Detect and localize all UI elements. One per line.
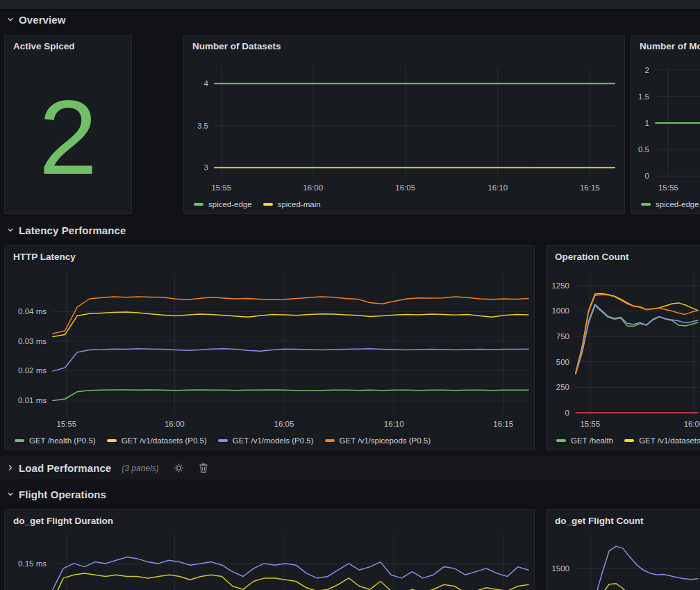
panel-number-of-datasets: Number of Datasets 15:5516:0016:0516:101…	[183, 35, 625, 214]
section-latency-performance[interactable]: Latency Performance	[0, 220, 700, 240]
svg-text:0.02 ms: 0.02 ms	[18, 366, 47, 375]
chevron-right-icon	[6, 464, 15, 472]
svg-text:15:55: 15:55	[580, 420, 600, 428]
chevron-down-icon	[6, 15, 15, 24]
chevron-down-icon	[6, 490, 15, 498]
operation-count-chart[interactable]: 15:5516:00025050075010001250	[547, 246, 700, 450]
section-overview[interactable]: Overview	[0, 10, 700, 29]
svg-text:1: 1	[645, 119, 649, 127]
svg-text:16:05: 16:05	[395, 183, 415, 192]
svg-text:3.5: 3.5	[197, 122, 208, 130]
panel-title[interactable]: Operation Count	[555, 252, 629, 262]
panel-do-get-flight-duration: do_get Flight Duration 0.15 ms	[4, 509, 535, 590]
legend-color-chip	[556, 439, 566, 442]
svg-text:3: 3	[204, 163, 208, 172]
legend-item[interactable]: spiced-edge	[194, 200, 252, 208]
svg-text:0.04 ms: 0.04 ms	[18, 307, 47, 316]
svg-text:0: 0	[645, 172, 649, 180]
panel-title[interactable]: do_get Flight Count	[555, 516, 643, 526]
panel-title[interactable]: Number of Datasets	[192, 41, 281, 51]
panel-active-spiced: Active Spiced 2	[4, 35, 132, 214]
panel-title[interactable]: do_get Flight Duration	[13, 516, 113, 526]
panel-title[interactable]: Active Spiced	[13, 41, 75, 51]
legend-item[interactable]: GET /v1/models (P0.5)	[218, 436, 314, 445]
svg-text:16:05: 16:05	[274, 420, 294, 428]
svg-text:250: 250	[556, 383, 569, 391]
section-title: Load Performance	[19, 462, 111, 474]
panel-do-get-flight-count: do_get Flight Count 1500	[546, 509, 700, 590]
svg-text:500: 500	[556, 358, 569, 366]
legend-color-chip	[15, 439, 24, 442]
gear-icon[interactable]	[174, 463, 184, 473]
svg-text:1000: 1000	[551, 306, 569, 315]
trash-icon[interactable]	[199, 463, 208, 473]
models-chart[interactable]: 15:5500.511.52	[631, 35, 700, 213]
legend-color-chip	[218, 439, 228, 442]
svg-text:16:10: 16:10	[384, 420, 404, 428]
svg-text:15:55: 15:55	[658, 183, 678, 192]
svg-text:16:10: 16:10	[488, 183, 508, 192]
datasets-chart[interactable]: 15:5516:0016:0516:1016:1533.54	[184, 35, 624, 213]
http-latency-chart[interactable]: 15:5516:0016:0516:1016:150.01 ms0.02 ms0…	[5, 246, 534, 450]
legend-item[interactable]: spiced-main	[263, 200, 321, 208]
panel-title[interactable]: Number of Models	[640, 41, 700, 51]
svg-text:1250: 1250	[551, 281, 569, 290]
svg-text:16:00: 16:00	[684, 420, 700, 428]
legend-color-chip	[263, 203, 273, 206]
legend-item[interactable]: GET /health	[556, 436, 613, 445]
panel-number-of-models: Number of Models 15:5500.511.52 spiced-e…	[631, 35, 700, 214]
svg-text:15:55: 15:55	[211, 183, 231, 192]
svg-text:16:00: 16:00	[165, 420, 185, 428]
svg-text:2: 2	[645, 66, 649, 74]
panels-count: (3 panels)	[122, 464, 158, 473]
panel-title[interactable]: HTTP Latency	[13, 252, 76, 262]
svg-text:1.5: 1.5	[638, 92, 649, 101]
legend-color-chip	[107, 439, 117, 442]
svg-text:15:55: 15:55	[56, 420, 76, 428]
svg-text:1500: 1500	[551, 564, 569, 573]
legend-color-chip	[641, 203, 651, 206]
svg-text:16:15: 16:15	[493, 420, 513, 428]
svg-text:0.5: 0.5	[638, 145, 649, 154]
section-title: Latency Performance	[19, 224, 126, 236]
svg-text:16:00: 16:00	[303, 183, 323, 192]
svg-text:4: 4	[204, 79, 209, 88]
svg-text:750: 750	[556, 332, 569, 341]
svg-text:0.01 ms: 0.01 ms	[18, 396, 47, 404]
chevron-down-icon	[6, 226, 15, 234]
chart-legend: spiced-edge	[641, 200, 699, 208]
legend-item[interactable]: spiced-edge	[641, 200, 699, 208]
stat-value: 2	[5, 60, 131, 213]
legend-color-chip	[194, 203, 203, 206]
section-title: Overview	[19, 14, 66, 26]
section-flight-operations[interactable]: Flight Operations	[0, 484, 700, 504]
legend-item[interactable]: GET /health (P0.5)	[15, 436, 96, 445]
svg-text:0.15 ms: 0.15 ms	[18, 559, 47, 568]
legend-item[interactable]: GET /v1/spicepods (P0.5)	[325, 436, 431, 445]
chart-legend: spiced-edgespiced-main	[194, 200, 321, 208]
chart-legend: GET /health (P0.5)GET /v1/datasets (P0.5…	[15, 436, 431, 445]
legend-item[interactable]: GET /v1/datasets	[624, 436, 700, 445]
panel-http-latency: HTTP Latency 15:5516:0016:0516:1016:150.…	[4, 245, 535, 450]
svg-text:16:15: 16:15	[580, 183, 600, 192]
panel-operation-count: Operation Count 15:5516:0002505007501000…	[546, 245, 700, 450]
chart-legend: GET /healthGET /v1/datasets	[556, 436, 700, 445]
legend-color-chip	[325, 439, 335, 442]
legend-color-chip	[624, 439, 634, 442]
svg-text:0: 0	[565, 409, 569, 417]
svg-text:0.03 ms: 0.03 ms	[18, 337, 47, 345]
top-toolbar	[0, 0, 700, 10]
legend-item[interactable]: GET /v1/datasets (P0.5)	[107, 436, 207, 445]
section-load-performance[interactable]: Load Performance (3 panels)	[0, 456, 700, 480]
section-title: Flight Operations	[19, 489, 106, 500]
